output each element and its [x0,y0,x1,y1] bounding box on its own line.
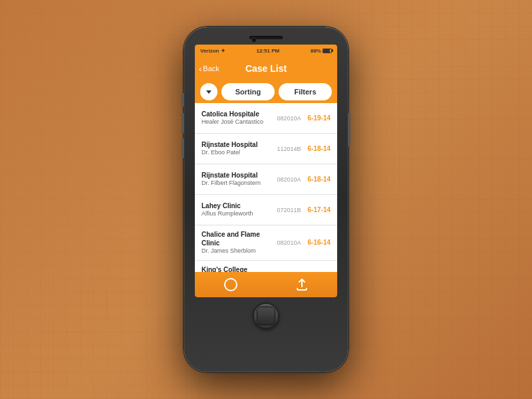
case-code: 082010A [277,115,301,122]
sort-down-icon [204,87,213,96]
back-label: Back [203,65,219,72]
case-code: 082010A [277,239,301,246]
page-title: Case List [245,63,287,74]
status-bar: Verizon ✦ 12:51 PM 88% [195,45,337,57]
case-doctor-name: Dr. James Sherblom [201,247,270,255]
front-camera [251,37,257,43]
sorting-button[interactable]: Sorting [221,83,275,100]
case-info: Lahey Clinic Alfius Rumpleworth [201,201,270,218]
back-chevron-icon: ‹ [199,65,201,73]
case-hospital-name: Catolica Hospitale [201,110,270,118]
svg-point-0 [225,279,237,291]
case-info: Chalice and Flame Clinic Dr. James Sherb… [201,230,270,255]
case-date: 6-19-14 [308,114,331,122]
phone-screen: Verizon ✦ 12:51 PM 88% ‹ Back Case List [195,45,337,297]
case-doctor-name: Dr. Filbert Flagonstern [201,180,270,188]
case-list-item[interactable]: King's College Hospital Dr. Pumphrey McG… [195,261,337,272]
filters-button[interactable]: Filters [279,83,332,100]
case-date: 6-18-14 [308,145,331,152]
case-list: Catolica Hospitale Healer José Cantastic… [195,103,337,272]
case-list-item[interactable]: Chalice and Flame Clinic Dr. James Sherb… [195,225,337,261]
case-code: 082010A [277,176,301,183]
case-info: Catolica Hospitale Healer José Cantastic… [201,110,270,126]
case-list-item[interactable]: Rijnstate Hospital Dr. Filbert Flagonste… [195,164,337,195]
carrier-label: Verizon ✦ [200,48,225,54]
case-info: Rijnstate Hospital Dr. Filbert Flagonste… [201,171,270,188]
time-label: 12:51 PM [256,48,279,54]
case-doctor-name: Dr. Eboo Patel [201,149,270,157]
case-hospital-name: Rijnstate Hospital [201,171,270,180]
case-hospital-name: Chalice and Flame Clinic [201,230,270,247]
home-button-inner [257,307,275,325]
mute-button[interactable] [182,93,184,106]
filter-toolbar: Sorting Filters [195,80,337,103]
case-code: 112014B [277,146,301,152]
case-list-item[interactable]: Rijnstate Hospital Dr. Eboo Patel 112014… [195,134,337,164]
bottom-toolbar [195,272,337,297]
case-date: 6-16-14 [308,239,331,246]
volume-up-button[interactable] [182,113,184,133]
volume-down-button[interactable] [182,138,184,158]
case-list-item[interactable]: Lahey Clinic Alfius Rumpleworth 072011B … [195,195,337,225]
case-hospital-name: Lahey Clinic [201,201,270,210]
case-doctor-name: Healer José Cantastico [201,118,270,126]
upload-button[interactable] [294,277,310,293]
battery-label: 88% [311,48,332,54]
back-button[interactable]: ‹ Back [199,65,219,73]
phone-device: Verizon ✦ 12:51 PM 88% ‹ Back Case List [184,27,348,372]
upload-icon [295,277,309,292]
case-code: 072011B [277,207,301,213]
home-nav-button[interactable] [223,277,239,293]
case-list-item[interactable]: Catolica Hospitale Healer José Cantastic… [195,103,337,134]
case-info: Rijnstate Hospital Dr. Eboo Patel [201,140,270,157]
battery-icon [323,49,332,53]
case-doctor-name: Alfius Rumpleworth [201,210,270,218]
case-info: King's College Hospital Dr. Pumphrey McG… [201,265,270,272]
case-date: 6-17-14 [308,206,331,213]
circle-icon [223,277,238,292]
navigation-header: ‹ Back Case List [195,57,337,80]
power-button[interactable] [348,113,350,146]
sort-order-button[interactable] [200,83,217,100]
case-hospital-name: Rijnstate Hospital [201,140,270,149]
case-hospital-name: King's College Hospital [201,265,270,272]
home-button[interactable] [253,303,279,329]
case-date: 6-18-14 [308,176,331,183]
